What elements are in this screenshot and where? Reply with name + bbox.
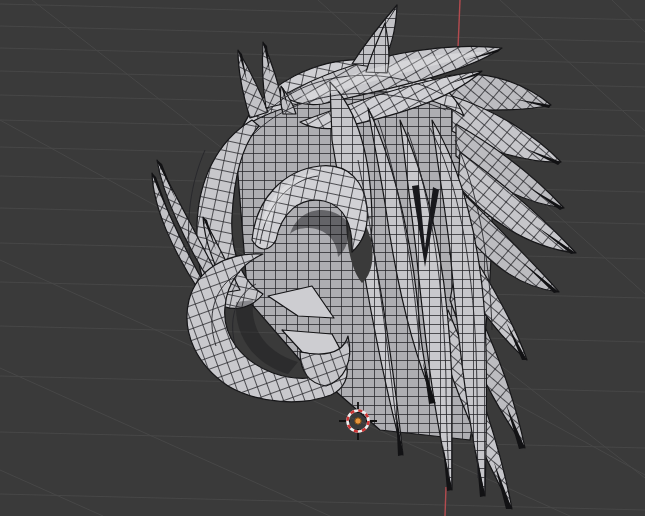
- axis-line-bottom: [445, 487, 446, 516]
- 3d-viewport[interactable]: [0, 0, 645, 516]
- viewport-canvas[interactable]: [0, 0, 645, 516]
- object-origin-dot: [355, 418, 361, 424]
